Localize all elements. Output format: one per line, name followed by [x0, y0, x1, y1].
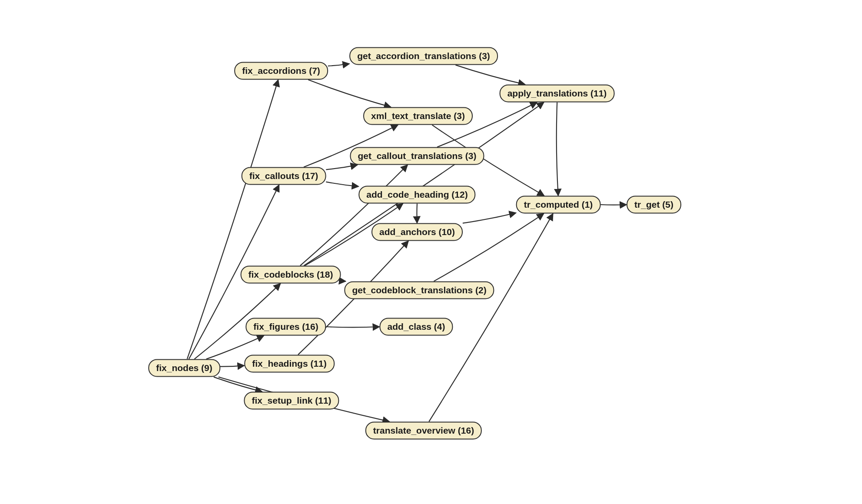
graph-node-fix_setup_link[interactable]: fix_setup_link (11)	[244, 391, 339, 409]
node-label: get_callout_translations (3)	[358, 150, 476, 161]
graph-node-get_callout_translations[interactable]: get_callout_translations (3)	[350, 147, 484, 165]
node-label: fix_accordions (7)	[242, 65, 320, 76]
graph-node-add_anchors[interactable]: add_anchors (10)	[371, 223, 463, 241]
node-label: get_codeblock_translations (2)	[352, 285, 486, 295]
graph-node-fix_headings[interactable]: fix_headings (11)	[244, 355, 335, 372]
node-label: tr_computed (1)	[524, 199, 593, 210]
node-label: apply_translations (11)	[507, 88, 607, 99]
graph-edge-get_accordion_translations-apply_translations	[456, 65, 525, 85]
graph-edge-fix_nodes-fix_accordions	[187, 80, 278, 359]
graph-node-fix_figures[interactable]: fix_figures (16)	[245, 318, 326, 335]
node-label: add_code_heading (12)	[366, 189, 467, 200]
graph-edge-fix_accordions-xml_text_translate	[308, 80, 391, 107]
graph-node-add_class[interactable]: add_class (4)	[379, 318, 453, 335]
node-label: fix_figures (16)	[253, 321, 318, 332]
graph-edge-tr_computed-tr_get	[600, 205, 627, 205]
graph-edge-fix_nodes-fix_headings	[220, 365, 244, 366]
graph-node-fix_nodes[interactable]: fix_nodes (9)	[148, 359, 220, 377]
graph-node-get_codeblock_translations[interactable]: get_codeblock_translations (2)	[344, 281, 494, 299]
node-label: fix_setup_link (11)	[252, 395, 331, 406]
graph-edge-fix_codeblocks-apply_translations	[304, 103, 544, 266]
node-label: fix_headings (11)	[252, 358, 327, 369]
graph-edge-apply_translations-tr_computed	[557, 103, 558, 196]
graph-node-translate_overview[interactable]: translate_overview (16)	[365, 421, 482, 439]
graph-edge-fix_codeblocks-get_codeblock_translations	[341, 281, 345, 281]
graph-node-get_accordion_translations[interactable]: get_accordion_translations (3)	[349, 47, 498, 65]
node-label: add_anchors (10)	[379, 226, 455, 237]
node-label: fix_codeblocks (18)	[249, 269, 333, 280]
node-label: fix_nodes (9)	[156, 362, 212, 373]
graph-edge-add_anchors-tr_computed	[463, 213, 516, 223]
graph-node-apply_translations[interactable]: apply_translations (11)	[500, 84, 615, 102]
graph-node-fix_accordions[interactable]: fix_accordions (7)	[234, 62, 328, 80]
graph-node-fix_codeblocks[interactable]: fix_codeblocks (18)	[241, 265, 341, 283]
graph-edge-add_code_heading-add_anchors	[417, 204, 417, 223]
node-label: xml_text_translate (3)	[371, 110, 465, 121]
graph-edge-fix_callouts-get_callout_translations	[326, 165, 357, 170]
graph-edge-translate_overview-tr_computed	[429, 214, 553, 422]
graph-node-tr_get[interactable]: tr_get (5)	[627, 196, 681, 213]
node-label: tr_get (5)	[634, 199, 673, 210]
graph-node-xml_text_translate[interactable]: xml_text_translate (3)	[363, 107, 473, 125]
graph-edge-fix_callouts-add_code_heading	[326, 182, 358, 186]
node-label: translate_overview (16)	[373, 425, 474, 436]
node-label: fix_callouts (17)	[249, 170, 318, 181]
node-label: add_class (4)	[387, 321, 445, 332]
diagram-canvas: fix_nodes (9)fix_accordions (7)fix_callo…	[0, 0, 862, 504]
graph-edge-fix_accordions-get_accordion_translations	[328, 64, 349, 66]
graph-node-tr_computed[interactable]: tr_computed (1)	[516, 196, 601, 213]
graph-edge-fix_nodes-fix_setup_link	[214, 377, 262, 392]
node-label: get_accordion_translations (3)	[357, 50, 490, 61]
graph-node-add_code_heading[interactable]: add_code_heading (12)	[358, 186, 475, 203]
graph-edge-fix_figures-add_class	[326, 327, 380, 327]
graph-node-fix_callouts[interactable]: fix_callouts (17)	[242, 167, 326, 185]
